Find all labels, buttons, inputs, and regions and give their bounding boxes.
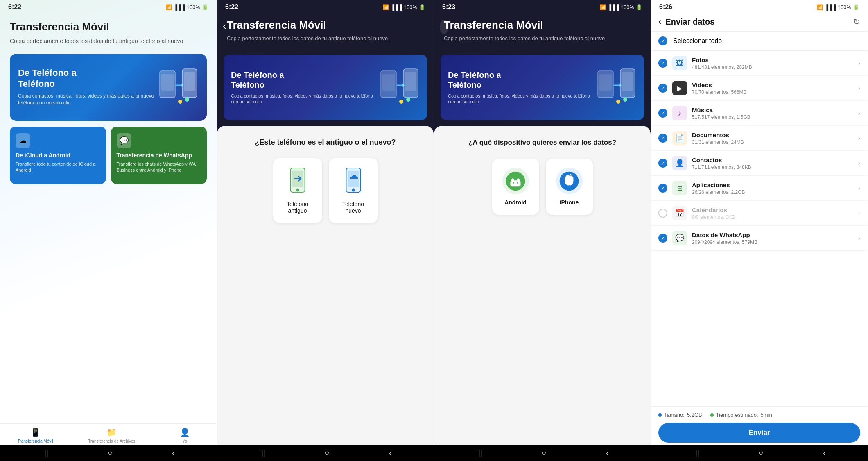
svg-rect-21 <box>622 72 633 91</box>
chevron-calendarios: › <box>858 209 860 217</box>
back-button-4[interactable]: ‹ <box>658 16 661 27</box>
sys-back-3[interactable]: ‹ <box>606 448 609 458</box>
check-videos[interactable]: ✓ <box>658 84 667 93</box>
choice-old-phone[interactable]: Teléfono antiguo <box>273 158 322 223</box>
battery-icon-1: 🔋 <box>202 4 208 10</box>
info-documentos: Documentos 31/31 elementos, 24MB <box>692 132 853 145</box>
info-contactos: Contactos 711/711 elementos, 348KB <box>692 157 853 170</box>
select-all-checkbox[interactable]: ✓ <box>658 36 667 45</box>
icloud-card[interactable]: ☁ De iCloud a Android Transfiere todo tu… <box>10 127 106 184</box>
app-title-3: Transferencia Móvil <box>444 19 641 32</box>
choice-old-label: Teléfono antiguo <box>280 201 315 214</box>
nav-item-transfer[interactable]: 📱 Transferencia Móvil <box>18 427 53 443</box>
chevron-whatsapp: › <box>858 234 860 242</box>
iphone-label: iPhone <box>560 199 579 206</box>
time-stat: Tiempo estimado: 5min <box>710 412 772 418</box>
refresh-button[interactable]: ↻ <box>853 17 860 27</box>
check-contactos[interactable]: ✓ <box>658 159 667 168</box>
phone-graphic-3 <box>596 63 637 112</box>
check-musica[interactable]: ✓ <box>658 109 667 118</box>
dark-hero-3[interactable]: De Teléfono aTeléfono Copia contactos, m… <box>441 55 644 120</box>
old-phone-icon <box>285 167 310 196</box>
item-fotos[interactable]: ✓ 🖼 Fotos 481/481 elementos, 282MB › <box>651 51 868 76</box>
item-aplicaciones[interactable]: ✓ ⊞ Aplicaciones 26/26 elementos, 2.2GB … <box>651 176 868 201</box>
app-subtitle-3: Copia perfectamente todos los datos de t… <box>444 35 641 42</box>
item-contactos[interactable]: ✓ 👤 Contactos 711/711 elementos, 348KB › <box>651 151 868 176</box>
hero-banner-1[interactable]: De Teléfono aTeléfono Copia contactos, m… <box>10 54 207 121</box>
sys-back-2[interactable]: ‹ <box>389 448 392 458</box>
icloud-title: De iCloud a Android <box>16 152 100 159</box>
sys-home-2[interactable]: ○ <box>325 448 330 458</box>
nav-item-me[interactable]: 👤 Yo <box>170 427 199 443</box>
wifi-icon-4: 📶 <box>816 4 823 10</box>
name-aplicaciones: Aplicaciones <box>692 182 853 188</box>
status-icons-1: 📶 ▐▐▐ 100% 🔋 <box>165 4 208 10</box>
back-button-2[interactable]: ‹ <box>223 20 226 32</box>
sys-menu-1[interactable]: ||| <box>42 448 48 458</box>
svg-rect-16 <box>348 171 359 187</box>
sys-menu-3[interactable]: ||| <box>476 448 482 458</box>
battery-4: 100% <box>838 4 851 10</box>
icloud-desc: Transfiere todo tu contenido de iCloud a… <box>16 161 100 173</box>
item-documentos[interactable]: ✓ 📄 Documentos 31/31 elementos, 24MB › <box>651 126 868 151</box>
status-icons-4: 📶 ▐▐▐ 100% 🔋 <box>816 4 859 10</box>
white-sheet-2: ¿Este teléfono es el antiguo o el nuevo?… <box>217 126 434 445</box>
info-fotos: Fotos 481/481 elementos, 282MB <box>692 57 853 70</box>
svg-point-27 <box>517 178 520 182</box>
choice-new-label: Teléfono nuevo <box>336 201 371 214</box>
icon-whatsapp: 💬 <box>672 231 687 245</box>
sys-home-4[interactable]: ○ <box>759 448 764 458</box>
back-button-3[interactable]: ‹ <box>440 20 448 34</box>
choice-new-phone[interactable]: Teléfono nuevo <box>329 158 378 223</box>
sys-home-1[interactable]: ○ <box>108 448 113 458</box>
signal-icon-4: ▐▐▐ <box>825 4 836 10</box>
sys-menu-4[interactable]: ||| <box>693 448 699 458</box>
chevron-contactos: › <box>858 159 860 167</box>
detail-whatsapp: 2094/2094 elementos, 579MB <box>692 239 853 245</box>
time-4: 6:26 <box>659 3 672 11</box>
nav-item-files[interactable]: 📁 Transferencia de Archivos <box>88 427 135 443</box>
item-videos[interactable]: ✓ ▶ Videos 70/70 elementos, 566MB › <box>651 76 868 101</box>
sys-menu-2[interactable]: ||| <box>259 448 265 458</box>
check-calendarios[interactable] <box>658 209 667 218</box>
battery-icon-4: 🔋 <box>853 4 859 10</box>
svg-rect-19 <box>599 74 612 91</box>
header-title-4: Enviar datos <box>665 17 849 27</box>
sys-back-4[interactable]: ‹ <box>823 448 826 458</box>
name-calendarios: Calendarios <box>692 207 853 213</box>
check-fotos[interactable]: ✓ <box>658 59 667 68</box>
detail-videos: 70/70 elementos, 566MB <box>692 89 853 95</box>
check-whatsapp[interactable]: ✓ <box>658 234 667 243</box>
send-button[interactable]: Enviar <box>658 423 860 443</box>
size-stat: Tamaño: 5.2GB <box>658 412 702 418</box>
name-documentos: Documentos <box>692 132 853 139</box>
whatsapp-desc: Transfiere los chats de WhatsApp y WA Bu… <box>117 161 201 173</box>
choice-android[interactable]: Android <box>492 159 539 215</box>
svg-point-29 <box>517 182 518 183</box>
item-whatsapp[interactable]: ✓ 💬 Datos de WhatsApp 2094/2094 elemento… <box>651 226 868 251</box>
panel-2: 6:22 📶 ▐▐▐ 100% 🔋 Transferencia Móvil Co… <box>217 0 434 461</box>
check-documentos[interactable]: ✓ <box>658 134 667 143</box>
sys-home-3[interactable]: ○ <box>542 448 547 458</box>
hero-text-3: De Teléfono aTeléfono Copia contactos, m… <box>448 70 596 105</box>
hero-desc-3: Copia contactos, música, fotos, videos y… <box>448 93 596 105</box>
files-icon: 📁 <box>106 427 117 438</box>
dark-hero-2[interactable]: De Teléfono aTeléfono Copia contactos, m… <box>224 55 427 120</box>
chevron-fotos: › <box>858 59 860 67</box>
status-bar-3: 6:23 📶 ▐▐▐ 100% 🔋 <box>434 0 651 12</box>
whatsapp-card[interactable]: 💬 Transferencia de WhatsApp Transfiere l… <box>111 127 207 184</box>
item-calendarios: 📅 Calendarios 0/0 elementos, 0KB › <box>651 201 868 226</box>
time-3: 6:23 <box>442 3 455 11</box>
svg-point-11 <box>399 100 403 104</box>
svg-point-35 <box>570 173 572 175</box>
icon-contactos: 👤 <box>672 156 687 170</box>
check-aplicaciones[interactable]: ✓ <box>658 184 667 193</box>
svg-rect-3 <box>184 72 195 91</box>
svg-point-32 <box>511 175 512 176</box>
select-all-row[interactable]: ✓ Seleccionar todo <box>651 32 868 51</box>
nav-label-transfer: Transferencia Móvil <box>18 439 53 443</box>
sys-back-1[interactable]: ‹ <box>172 448 175 458</box>
name-contactos: Contactos <box>692 157 853 164</box>
item-musica[interactable]: ✓ ♪ Música 517/517 elementos, 1.5GB › <box>651 101 868 126</box>
choice-iphone[interactable]: iPhone <box>546 159 593 215</box>
